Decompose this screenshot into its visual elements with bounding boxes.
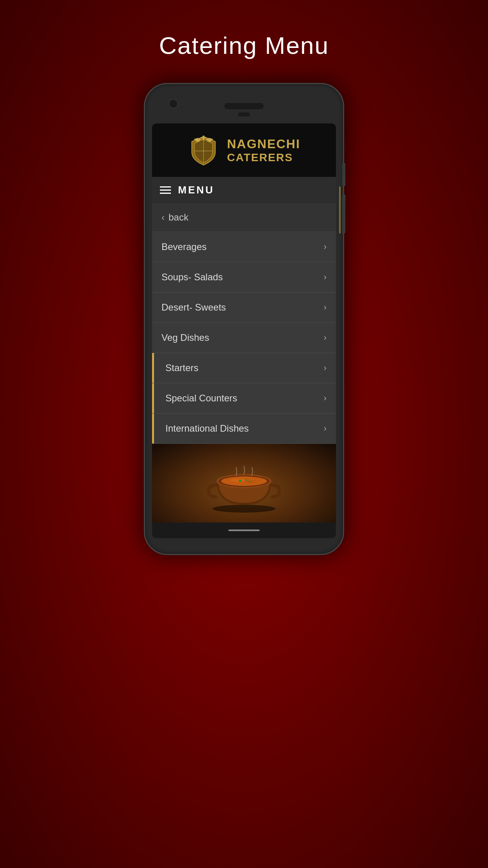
phone-side-button-right <box>342 163 345 186</box>
phone-sensor <box>238 112 250 116</box>
menu-item-international-dishes[interactable]: International Dishes › <box>152 414 336 444</box>
page-title: Catering Menu <box>159 31 329 59</box>
svg-point-6 <box>213 505 275 513</box>
phone-screen: NAGNECHI CATERERS MENU ‹ back Beverages … <box>152 123 336 538</box>
menu-item-label: International Dishes <box>165 423 249 434</box>
phone-side-button-right2 <box>342 194 345 234</box>
menu-item-veg-dishes[interactable]: Veg Dishes › <box>152 323 336 353</box>
back-chevron-icon: ‹ <box>161 212 165 223</box>
phone-camera <box>169 99 178 108</box>
menu-bar[interactable]: MENU <box>152 177 336 203</box>
chevron-right-icon: › <box>324 242 327 252</box>
chevron-right-icon: › <box>324 272 327 282</box>
back-item[interactable]: ‹ back <box>152 203 336 232</box>
menu-item-label: Veg Dishes <box>161 332 209 343</box>
menu-item-starters[interactable]: Starters › <box>152 353 336 383</box>
logo-brand: NAGNECHI <box>227 137 301 151</box>
chevron-right-icon: › <box>324 423 327 434</box>
menu-item-beverages[interactable]: Beverages › <box>152 232 336 262</box>
phone-frame: NAGNECHI CATERERS MENU ‹ back Beverages … <box>144 83 344 555</box>
svg-point-10 <box>230 478 246 482</box>
chevron-right-icon: › <box>324 363 327 373</box>
menu-item-label: Starters <box>165 362 198 373</box>
menu-list: Beverages › Soups- Salads › Desert- Swee… <box>152 232 336 444</box>
logo-emblem <box>188 134 219 166</box>
svg-rect-3 <box>201 137 206 138</box>
app-header: NAGNECHI CATERERS <box>152 123 336 177</box>
menu-item-label: Desert- Sweets <box>161 302 226 313</box>
back-label: back <box>169 212 189 223</box>
phone-bottom <box>152 522 336 538</box>
accent-bar <box>152 353 154 383</box>
chevron-right-icon: › <box>324 333 327 343</box>
svg-point-14 <box>249 481 251 482</box>
accent-bar <box>152 414 154 443</box>
food-bowl-illustration <box>205 454 283 513</box>
hamburger-icon <box>160 186 171 194</box>
menu-item-desert-sweets[interactable]: Desert- Sweets › <box>152 292 336 323</box>
home-indicator <box>228 530 260 531</box>
menu-item-label: Beverages <box>161 241 207 252</box>
logo-text-group: NAGNECHI CATERERS <box>227 137 301 164</box>
food-image <box>152 444 336 522</box>
svg-point-12 <box>239 480 241 482</box>
svg-point-13 <box>245 479 247 481</box>
menu-item-special-counters[interactable]: Special Counters › <box>152 383 336 414</box>
logo-subtitle: CATERERS <box>227 151 301 164</box>
accent-bar <box>152 383 154 413</box>
chevron-right-icon: › <box>324 302 327 313</box>
menu-item-label: Soups- Salads <box>161 272 223 283</box>
menu-item-soups-salads[interactable]: Soups- Salads › <box>152 262 336 292</box>
menu-item-label: Special Counters <box>165 393 237 404</box>
chevron-right-icon: › <box>324 393 327 403</box>
menu-label: MENU <box>178 184 215 196</box>
phone-speaker <box>224 103 264 109</box>
